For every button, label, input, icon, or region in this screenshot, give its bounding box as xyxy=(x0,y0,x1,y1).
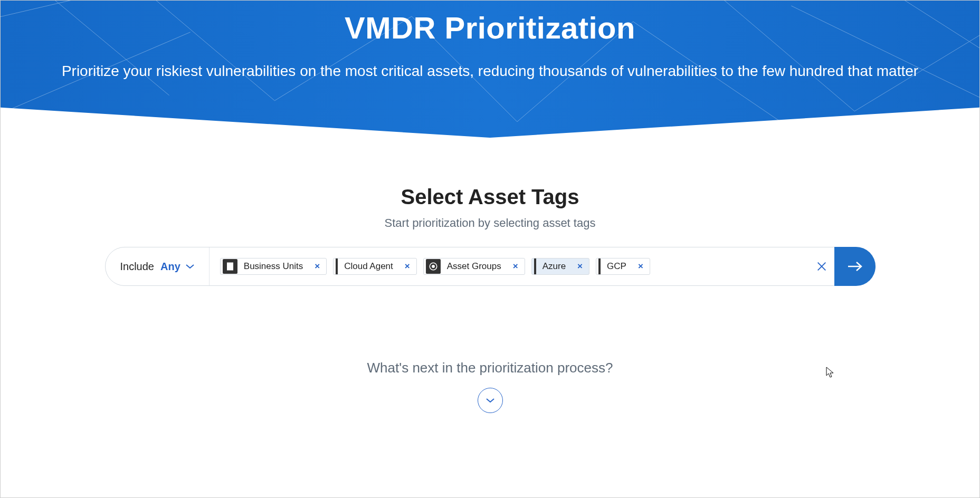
tag-asset-groups[interactable]: Asset Groups × xyxy=(423,258,525,275)
include-mode-dropdown[interactable]: Include Any xyxy=(106,247,210,285)
submit-button[interactable] xyxy=(834,247,876,286)
asset-tag-bar: Include Any Business Units × Cloud Agent… xyxy=(105,247,876,286)
chevron-down-icon xyxy=(186,264,194,269)
close-icon xyxy=(816,261,827,272)
include-mode-value: Any xyxy=(160,261,180,273)
select-asset-tags-subheading: Start prioritization by selecting asset … xyxy=(1,216,979,230)
building-icon xyxy=(223,259,237,274)
hero-banner: VMDR Prioritization Prioritize your risk… xyxy=(1,1,979,138)
arrow-right-icon xyxy=(847,261,863,272)
tag-label: Cloud Agent xyxy=(342,261,396,272)
tag-stripe xyxy=(598,258,601,274)
select-asset-tags-heading: Select Asset Tags xyxy=(1,185,979,209)
tag-remove-button[interactable]: × xyxy=(509,261,522,272)
tag-business-units[interactable]: Business Units × xyxy=(220,258,327,275)
tag-azure[interactable]: Azure × xyxy=(531,258,589,275)
tag-gcp[interactable]: GCP × xyxy=(596,258,650,275)
selected-tags: Business Units × Cloud Agent × Asset Gro… xyxy=(210,258,811,275)
tag-stripe xyxy=(534,258,536,274)
tag-cloud-agent[interactable]: Cloud Agent × xyxy=(333,258,417,275)
tag-label: Asset Groups xyxy=(445,261,505,272)
tag-stripe xyxy=(336,258,338,274)
tag-remove-button[interactable]: × xyxy=(634,261,648,272)
clear-tags-button[interactable] xyxy=(811,256,832,277)
tag-label: Business Units xyxy=(242,261,306,272)
tag-remove-button[interactable]: × xyxy=(573,261,587,272)
expand-whats-next-button[interactable] xyxy=(478,388,503,413)
whats-next-prompt: What's next in the prioritization proces… xyxy=(1,360,979,376)
chevron-down-icon xyxy=(486,398,494,403)
include-label: Include xyxy=(120,261,155,273)
tag-remove-button[interactable]: × xyxy=(401,261,414,272)
page-subtitle: Prioritize your riskiest vulnerabilities… xyxy=(1,61,979,81)
tag-label: Azure xyxy=(540,261,569,272)
tag-label: GCP xyxy=(605,261,630,272)
target-icon xyxy=(426,259,441,274)
svg-point-13 xyxy=(432,265,435,268)
tag-remove-button[interactable]: × xyxy=(310,261,324,272)
page-title: VMDR Prioritization xyxy=(1,10,979,45)
